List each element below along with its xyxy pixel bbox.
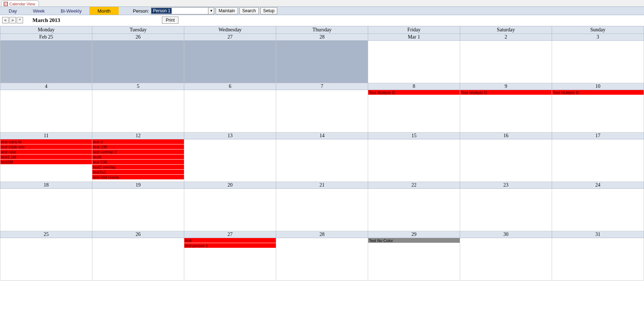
day-cell[interactable] bbox=[276, 90, 368, 133]
date-cell[interactable]: 6 bbox=[184, 83, 276, 90]
event-item[interactable]: test triple ove bbox=[0, 144, 92, 149]
date-cell[interactable]: 15 bbox=[368, 133, 460, 139]
date-cell[interactable]: 23 bbox=[460, 182, 552, 189]
day-cell[interactable] bbox=[460, 139, 552, 182]
date-cell[interactable]: 28 bbox=[276, 34, 368, 41]
day-cell[interactable] bbox=[552, 139, 644, 182]
date-cell[interactable]: 4 bbox=[0, 83, 92, 90]
date-cell[interactable]: Mar 1 bbox=[368, 34, 460, 41]
event-item[interactable]: test overlap 2 bbox=[92, 149, 184, 155]
day-cell[interactable] bbox=[0, 189, 92, 231]
day-cell[interactable] bbox=[276, 139, 368, 182]
day-cell[interactable] bbox=[460, 41, 552, 83]
day-cell[interactable]: Test No Color bbox=[368, 238, 460, 281]
day-cell[interactable] bbox=[368, 139, 460, 182]
event-item[interactable]: testTu1 bbox=[92, 170, 184, 175]
day-cell[interactable] bbox=[92, 189, 184, 231]
date-cell[interactable]: 29 bbox=[368, 231, 460, 238]
print-button[interactable]: Print bbox=[162, 17, 179, 24]
day-cell[interactable] bbox=[368, 41, 460, 83]
date-cell[interactable]: 18 bbox=[0, 182, 92, 189]
event-item[interactable]: Test Multiple D bbox=[368, 90, 460, 95]
date-cell[interactable]: 26 bbox=[92, 34, 184, 41]
day-cell[interactable] bbox=[92, 90, 184, 133]
day-cell[interactable] bbox=[184, 41, 276, 83]
day-cell[interactable]: test early Mtest triple ovetest newtest1… bbox=[0, 139, 92, 182]
date-cell[interactable]: 9 bbox=[460, 83, 552, 90]
day-cell[interactable] bbox=[552, 41, 644, 83]
date-cell[interactable]: 22 bbox=[368, 182, 460, 189]
tab-calendar-view[interactable]: Calendar View bbox=[1, 0, 39, 6]
date-cell[interactable]: 16 bbox=[460, 133, 552, 139]
day-cell[interactable]: test 3test 330test overlap 2test5test 53… bbox=[92, 139, 184, 182]
date-cell[interactable]: 27 bbox=[184, 34, 276, 41]
day-cell[interactable] bbox=[92, 41, 184, 83]
day-cell[interactable]: Test Multiple D bbox=[368, 90, 460, 133]
day-cell[interactable] bbox=[184, 139, 276, 182]
today-button[interactable]: ^ bbox=[17, 17, 23, 23]
day-cell[interactable] bbox=[276, 238, 368, 281]
view-tab-week[interactable]: Week bbox=[25, 7, 53, 15]
view-tab-biweekly[interactable]: Bi-Weekly bbox=[53, 7, 89, 15]
event-item[interactable]: test5 bbox=[92, 155, 184, 160]
date-cell[interactable]: 31 bbox=[552, 231, 644, 238]
date-cell[interactable]: 12 bbox=[92, 133, 184, 139]
day-cell[interactable]: Test Multiple D bbox=[460, 90, 552, 133]
date-cell[interactable]: Feb 25 bbox=[0, 34, 92, 41]
day-cell[interactable] bbox=[276, 41, 368, 83]
event-item[interactable]: test 530 bbox=[92, 160, 184, 165]
prev-month-button[interactable]: < bbox=[2, 17, 9, 23]
date-cell[interactable]: 7 bbox=[276, 83, 368, 90]
day-cell[interactable] bbox=[552, 189, 644, 231]
date-cell[interactable]: 26 bbox=[92, 231, 184, 238]
date-cell[interactable]: 2 bbox=[460, 34, 552, 41]
date-cell[interactable]: 20 bbox=[184, 182, 276, 189]
event-item[interactable]: test2 overlap bbox=[92, 165, 184, 170]
date-cell[interactable]: 8 bbox=[368, 83, 460, 90]
person-select[interactable]: Person 1 ▼ bbox=[151, 7, 214, 14]
day-cell[interactable]: Test Multiple D bbox=[552, 90, 644, 133]
event-item[interactable]: Test Multiple D bbox=[460, 90, 552, 95]
day-cell[interactable] bbox=[368, 189, 460, 231]
date-cell[interactable]: 24 bbox=[552, 182, 644, 189]
day-cell[interactable] bbox=[552, 238, 644, 281]
date-cell[interactable]: 10 bbox=[552, 83, 644, 90]
event-item[interactable]: test 3 bbox=[92, 139, 184, 144]
day-cell[interactable] bbox=[184, 189, 276, 231]
date-cell[interactable]: 28 bbox=[276, 231, 368, 238]
date-cell[interactable]: 14 bbox=[276, 133, 368, 139]
event-item[interactable]: test early M bbox=[0, 139, 92, 144]
day-cell[interactable] bbox=[92, 238, 184, 281]
event-item[interactable]: test3M bbox=[0, 160, 92, 165]
date-cell[interactable]: 17 bbox=[552, 133, 644, 139]
date-cell[interactable]: 5 bbox=[92, 83, 184, 90]
date-cell[interactable]: 27 bbox=[184, 231, 276, 238]
event-item[interactable]: test mid overla bbox=[92, 175, 184, 180]
event-item[interactable]: test person 1 bbox=[184, 243, 276, 248]
event-item[interactable]: test 330 bbox=[92, 144, 184, 149]
event-item[interactable]: N/A bbox=[184, 238, 276, 243]
date-cell[interactable]: 30 bbox=[460, 231, 552, 238]
date-cell[interactable]: 3 bbox=[552, 34, 644, 41]
day-cell[interactable]: N/Atest person 1 bbox=[184, 238, 276, 281]
maintain-button[interactable]: Maintain bbox=[216, 7, 238, 14]
day-cell[interactable] bbox=[276, 189, 368, 231]
event-item[interactable]: test new bbox=[0, 149, 92, 155]
day-cell[interactable] bbox=[0, 238, 92, 281]
event-item[interactable]: Test No Color bbox=[368, 238, 460, 243]
date-cell[interactable]: 19 bbox=[92, 182, 184, 189]
event-item[interactable]: test1.5M bbox=[0, 155, 92, 160]
date-cell[interactable]: 25 bbox=[0, 231, 92, 238]
day-cell[interactable] bbox=[184, 90, 276, 133]
date-cell[interactable]: 21 bbox=[276, 182, 368, 189]
view-tab-month[interactable]: Month bbox=[89, 7, 118, 15]
day-cell[interactable] bbox=[0, 90, 92, 133]
chevron-down-icon[interactable]: ▼ bbox=[208, 8, 214, 14]
next-month-button[interactable]: > bbox=[9, 17, 16, 23]
day-cell[interactable] bbox=[460, 238, 552, 281]
view-tab-day[interactable]: Day bbox=[1, 7, 25, 15]
search-button[interactable]: Search bbox=[239, 7, 259, 14]
day-cell[interactable] bbox=[460, 189, 552, 231]
event-item[interactable]: Test Multiple D bbox=[552, 90, 644, 95]
date-cell[interactable]: 11 bbox=[0, 133, 92, 139]
